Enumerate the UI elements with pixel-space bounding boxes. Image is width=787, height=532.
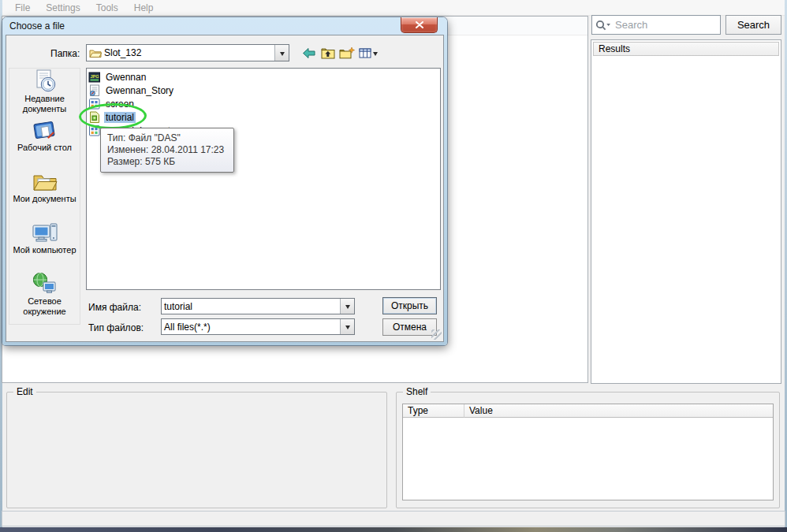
file-tooltip: Тип: Файл "DAS" Изменен: 28.04.2011 17:2… — [100, 128, 234, 173]
tooltip-size: Размер: 575 КБ — [107, 156, 227, 168]
dialog-body: Папка: Slot_132 — [6, 35, 444, 342]
shelf-column-type[interactable]: Type — [403, 404, 464, 418]
shelf-panel-title: Shelf — [403, 386, 431, 397]
file-item-gwennan[interactable]: JPG Gwennan — [88, 70, 147, 84]
place-network[interactable]: Сетевое окружение — [9, 272, 80, 323]
menu-settings[interactable]: Settings — [38, 2, 88, 13]
shelf-table: Type Value — [402, 404, 774, 500]
resize-grip[interactable] — [431, 329, 442, 340]
search-button[interactable]: Search — [725, 15, 781, 35]
filetype-label: Тип файлов: — [88, 322, 144, 333]
file-name: Gwennan_Story — [104, 85, 175, 96]
text-document-icon — [88, 84, 101, 97]
search-icon[interactable] — [595, 20, 611, 31]
results-header: Results — [593, 42, 779, 56]
search-input[interactable] — [614, 18, 717, 32]
place-label: Рабочий стол — [17, 143, 72, 153]
filename-value: tutorial — [164, 301, 192, 312]
edit-panel: Edit — [6, 392, 387, 508]
desktop-icon — [32, 118, 58, 142]
jpg-file-icon: JPG — [88, 71, 101, 84]
dialog-title: Choose a file — [9, 20, 65, 32]
chevron-down-icon — [280, 52, 285, 58]
back-icon — [302, 47, 316, 59]
folder-label: Папка: — [50, 48, 80, 59]
folder-combobox-dropdown[interactable] — [274, 45, 289, 61]
filetype-value: All files(*.*) — [164, 322, 211, 333]
filename-label: Имя файла: — [88, 302, 141, 313]
file-name: Gwennan — [104, 72, 147, 83]
window-border-bottom — [0, 527, 787, 532]
status-bar — [2, 511, 785, 526]
places-bar: Недавние документы Рабочий стол — [9, 68, 80, 325]
folder-open-icon — [89, 47, 102, 58]
filetype-combobox-dropdown[interactable] — [340, 319, 354, 334]
close-button[interactable] — [401, 17, 438, 33]
place-desktop[interactable]: Рабочий стол — [9, 118, 80, 169]
place-my-computer[interactable]: Мой компьютер — [9, 221, 80, 272]
filetype-combobox[interactable]: All files(*.*) — [161, 318, 355, 335]
back-button[interactable] — [300, 45, 318, 61]
file-list: JPG Gwennan Gwennan_Story — [86, 68, 441, 290]
shelf-table-header: Type Value — [403, 404, 773, 418]
choose-file-dialog: Choose a file Папка: Slot_132 — [2, 17, 447, 345]
dialog-title-bar[interactable]: Choose a file — [2, 17, 447, 35]
close-icon — [415, 21, 424, 28]
results-panel: Results — [591, 39, 781, 384]
network-icon — [32, 272, 58, 296]
tooltip-modified: Изменен: 28.04.2011 17:23 — [107, 144, 227, 156]
new-folder-icon — [339, 47, 356, 59]
up-one-level-button[interactable] — [319, 45, 337, 61]
my-computer-icon — [32, 221, 58, 244]
folder-combobox[interactable]: Slot_132 — [86, 44, 289, 61]
chevron-down-icon — [606, 24, 610, 26]
place-label: Недавние документы — [9, 94, 80, 114]
open-button[interactable]: Открыть — [382, 297, 437, 314]
place-label: Мои документы — [13, 194, 76, 204]
edit-panel-title: Edit — [13, 386, 36, 397]
menu-help[interactable]: Help — [126, 2, 162, 13]
search-box[interactable] — [591, 15, 721, 35]
filename-combobox[interactable]: tutorial — [161, 298, 355, 314]
recent-documents-icon — [32, 69, 58, 93]
place-label: Сетевое окружение — [9, 296, 80, 317]
chevron-down-icon — [345, 305, 350, 311]
create-new-folder-button[interactable] — [338, 45, 356, 61]
views-icon — [359, 48, 371, 58]
folder-combobox-value: Slot_132 — [104, 47, 141, 58]
chevron-down-icon — [373, 52, 378, 58]
menu-bar: File Settings Tools Help — [2, 0, 785, 16]
svg-text:JPG: JPG — [90, 73, 99, 78]
up-folder-icon — [321, 47, 335, 59]
tooltip-type: Тип: Файл "DAS" — [107, 132, 227, 144]
cancel-button[interactable]: Отмена — [382, 318, 437, 336]
view-menu-button[interactable] — [357, 45, 379, 61]
place-label: Мой компьютер — [13, 245, 76, 255]
filename-combobox-dropdown[interactable] — [340, 299, 354, 314]
menu-tools[interactable]: Tools — [88, 2, 126, 13]
file-item-gwennan-story[interactable]: Gwennan_Story — [88, 84, 175, 97]
chevron-down-icon — [345, 326, 350, 332]
shelf-column-value[interactable]: Value — [464, 404, 773, 418]
shelf-panel: Shelf Type Value — [396, 392, 780, 508]
place-recent-documents[interactable]: Недавние документы — [9, 69, 80, 121]
menu-file[interactable]: File — [7, 2, 38, 13]
place-my-documents[interactable]: Мои документы — [9, 169, 80, 221]
my-documents-icon — [32, 169, 58, 193]
